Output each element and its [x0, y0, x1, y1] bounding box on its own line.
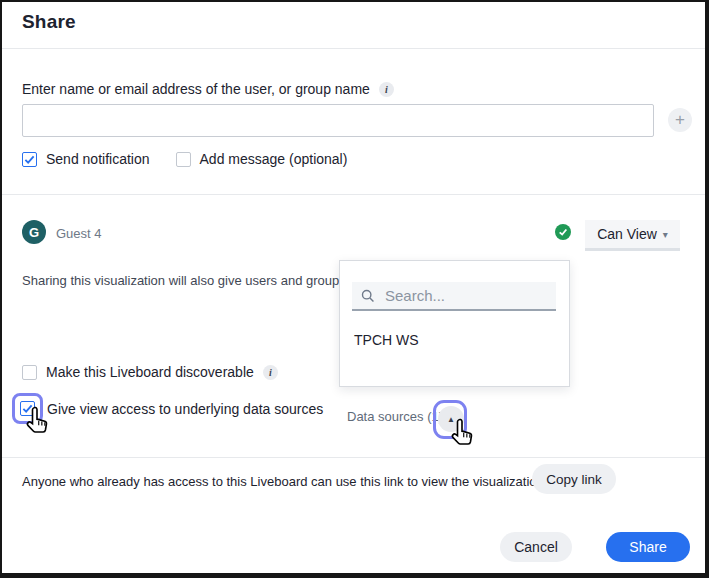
underlying-access-checkbox[interactable]: [20, 401, 35, 416]
add-message-label: Add message (optional): [200, 151, 348, 167]
popup-search-box[interactable]: [352, 282, 556, 311]
share-button[interactable]: Share: [606, 532, 690, 562]
discoverable-checkbox[interactable]: [22, 365, 37, 380]
recipient-label: Enter name or email address of the user,…: [22, 81, 370, 97]
search-icon: [361, 289, 375, 303]
discoverable-option[interactable]: Make this Liveboard discoverable i: [22, 364, 278, 380]
add-recipient-button[interactable]: +: [668, 108, 692, 132]
user-name: Guest 4: [56, 226, 102, 241]
add-message-checkbox[interactable]: [176, 152, 191, 167]
chevron-down-icon: ▾: [663, 229, 668, 240]
underlying-access-label: Give view access to underlying data sour…: [47, 401, 323, 417]
data-sources-popup: TPCH WS: [339, 260, 570, 387]
share-dialog: Share Enter name or email address of the…: [0, 0, 709, 578]
divider: [2, 48, 705, 49]
page-title: Share: [22, 11, 76, 33]
send-notification-option[interactable]: Send notification: [22, 151, 150, 167]
popup-search-input[interactable]: [383, 286, 537, 305]
avatar: G: [22, 220, 46, 244]
discoverable-label: Make this Liveboard discoverable: [46, 364, 254, 380]
check-icon: [24, 154, 35, 165]
add-message-option[interactable]: Add message (optional): [176, 151, 348, 167]
notification-options-row: Send notification Add message (optional): [22, 151, 347, 167]
cancel-button[interactable]: Cancel: [500, 532, 572, 562]
permission-label: Can View: [597, 226, 657, 242]
info-icon[interactable]: i: [263, 365, 278, 380]
info-icon[interactable]: i: [379, 82, 394, 97]
permission-dropdown[interactable]: Can View ▾: [585, 220, 680, 251]
share-link-text: Anyone who already has access to this Li…: [22, 474, 544, 489]
check-icon: [558, 227, 568, 237]
copy-link-button[interactable]: Copy link: [532, 464, 616, 494]
plus-icon: +: [675, 110, 685, 129]
recipient-input[interactable]: [22, 104, 654, 137]
sharing-note: Sharing this visualization will also giv…: [22, 273, 346, 288]
collapse-data-sources-button[interactable]: ▲: [438, 406, 464, 432]
check-icon: [22, 403, 33, 414]
recipient-label-row: Enter name or email address of the user,…: [22, 81, 394, 97]
datasource-list-item[interactable]: TPCH WS: [354, 328, 554, 352]
data-sources-count-label: Data sources (1): [347, 409, 443, 424]
divider: [2, 194, 705, 195]
send-notification-checkbox[interactable]: [22, 152, 37, 167]
chevron-up-icon: ▲: [447, 415, 455, 424]
send-notification-label: Send notification: [46, 151, 150, 167]
permission-granted-badge: [555, 224, 571, 240]
divider: [2, 457, 705, 458]
